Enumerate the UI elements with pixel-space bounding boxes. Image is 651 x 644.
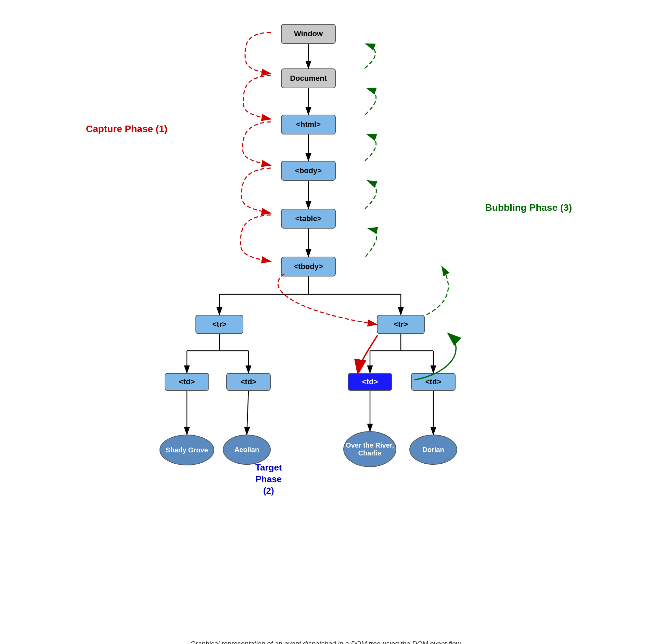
td-left2-node: <td> bbox=[226, 373, 271, 391]
table-node: <table> bbox=[281, 209, 336, 229]
svg-line-23 bbox=[247, 391, 248, 435]
over-river-node: Over the River, Charlie bbox=[343, 431, 396, 467]
bubbling-phase-label: Bubbling Phase (3) bbox=[485, 202, 572, 214]
tr-left-node: <tr> bbox=[195, 315, 243, 334]
body-node: <body> bbox=[281, 161, 336, 181]
aeolian-node: Aeolian bbox=[223, 435, 271, 465]
td-left1-node: <td> bbox=[165, 373, 209, 391]
capture-phase-label: Capture Phase (1) bbox=[86, 123, 167, 135]
td-target-node: <td> bbox=[348, 373, 392, 391]
html-node: <html> bbox=[281, 115, 336, 134]
target-phase-label: TargetPhase(2) bbox=[255, 462, 282, 497]
td-right-node: <td> bbox=[411, 373, 456, 391]
shady-grove-node: Shady Grove bbox=[159, 435, 214, 465]
window-node: Window bbox=[281, 24, 336, 44]
document-node: Document bbox=[281, 68, 336, 88]
dorian-node: Dorian bbox=[409, 435, 457, 465]
tr-right-node: <tr> bbox=[377, 315, 425, 334]
tbody-node: <tbody> bbox=[281, 257, 336, 276]
diagram-caption: Graphical representation of an event dis… bbox=[190, 640, 461, 644]
